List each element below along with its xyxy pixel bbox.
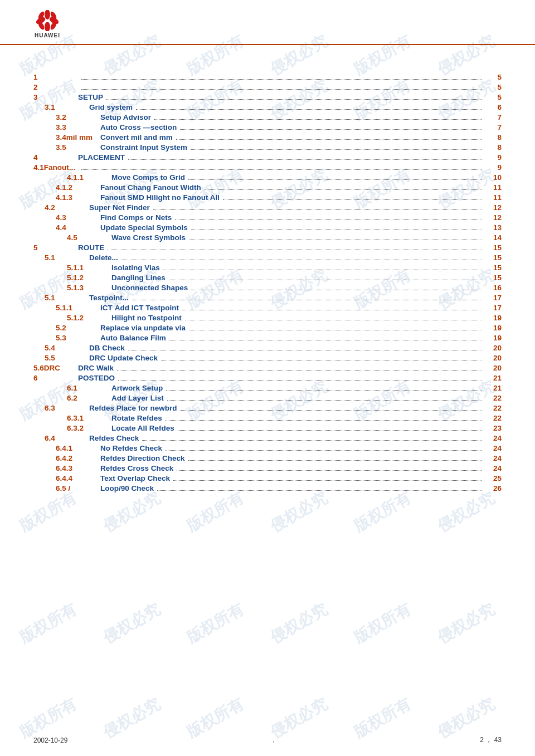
toc-title: Locate All Refdes [111, 424, 174, 432]
toc-title: ROUTE [78, 243, 104, 252]
toc-number: 6.3.2 [67, 424, 111, 432]
toc-title: Find Comps or Nets [100, 213, 172, 222]
toc-entry: 5.3Auto Balance Film19 [33, 334, 502, 343]
toc-entry: 25 [33, 83, 502, 92]
toc-entry: 6.3.1Rotate Refdes22 [33, 414, 502, 423]
toc-title: Add Layer List [111, 394, 164, 402]
toc-title: Fanout SMD Hilight no Fanout All [100, 193, 220, 202]
toc-dots [205, 189, 481, 190]
toc-dots [166, 420, 481, 421]
toc-page: 8 [485, 143, 502, 152]
toc-entry: 4.2Super Net Finder12 [33, 203, 502, 213]
toc-dots [157, 490, 481, 491]
toc-title: POSTEDO [78, 374, 115, 382]
toc-container: 15253SETUP53.1Grid system63.2Setup Advis… [33, 73, 502, 494]
toc-entry: 5.1.1Isolating Vias15 [33, 264, 502, 273]
toc-entry: 4.4Update Special Symbols13 [33, 223, 502, 233]
toc-number: 5.1.2 [67, 314, 111, 322]
huawei-logo-icon [33, 10, 61, 31]
toc-title: Loop/90 Check [100, 484, 154, 492]
toc-number: 5.1 [45, 294, 89, 302]
toc-page: 15 [485, 264, 502, 272]
toc-entry: 5ROUTE15 [33, 243, 502, 253]
toc-entry: 5.6DRCDRC Walk20 [33, 364, 502, 373]
toc-entry: 3.1Grid system6 [33, 103, 502, 113]
toc-dots [176, 139, 481, 140]
toc-dots [166, 450, 481, 451]
toc-number: 4.1.2 [56, 183, 100, 192]
toc-page: 26 [485, 484, 502, 492]
toc-page: 9 [485, 163, 502, 172]
toc-entry: 3.5Constraint Input System8 [33, 143, 502, 153]
toc-page: 5 [485, 73, 502, 81]
toc-dots [223, 199, 481, 200]
toc-entry: 5.1.2Hilight no Testpoint19 [33, 314, 502, 323]
toc-page: 15 [485, 253, 502, 262]
toc-number: 3.4mil mm [56, 133, 100, 142]
toc-number: 3.3 [56, 123, 100, 131]
toc-dots [182, 310, 481, 310]
toc-page: 24 [485, 434, 502, 442]
toc-dots [175, 220, 481, 220]
toc-title: Auto Cross —section [100, 123, 177, 131]
toc-number: 3.5 [56, 143, 100, 152]
toc-number: 3 [33, 93, 78, 101]
toc-number: 6.4.2 [56, 454, 100, 462]
toc-number: 4.5 [67, 233, 111, 242]
toc-entry: 6.2Add Layer List22 [33, 394, 502, 403]
toc-dots [166, 390, 481, 391]
toc-number: 5.1.3 [67, 284, 111, 292]
toc-entry: 6.4.4Text Overlap Check25 [33, 474, 502, 484]
toc-number: 6.5 / [56, 484, 100, 492]
toc-title: DB Check [89, 344, 125, 352]
toc-number: 2 [33, 83, 78, 91]
toc-entry: 15 [33, 73, 502, 82]
toc-dots [121, 260, 481, 260]
toc-number: 6.4.3 [56, 464, 100, 472]
toc-dots [178, 430, 481, 431]
toc-entry: 4PLACEMENT9 [33, 153, 502, 163]
toc-title: DRC Update Check [89, 354, 158, 362]
toc-entry: 5.1Testpoint...17 [33, 294, 502, 303]
toc-entry: 3.4mil mmConvert mil and mm8 [33, 133, 502, 143]
toc-dots [136, 109, 481, 110]
toc-page: 21 [485, 374, 502, 382]
toc-page: 16 [485, 284, 502, 292]
toc-page: 20 [485, 354, 502, 362]
toc-entry: 5.1.3Unconnected Shapes16 [33, 284, 502, 293]
toc-entry: 5.2Replace via unpdate via19 [33, 324, 502, 333]
toc-number: 5 [33, 243, 78, 252]
toc-title: Update Special Symbols [100, 223, 188, 232]
toc-entry: 5.1Delete...15 [33, 253, 502, 263]
footer-page-info: 2 ， 43 [480, 735, 502, 745]
toc-title: Unconnected Shapes [111, 284, 188, 292]
toc-number: 6.4 [45, 434, 89, 442]
toc-entry: 3.2Setup Advisor7 [33, 113, 502, 123]
toc-page: 11 [485, 183, 502, 192]
svg-point-3 [45, 22, 50, 31]
toc-entry: 6.4.1No Refdes Check24 [33, 444, 502, 453]
toc-number: 4.3 [56, 213, 100, 222]
toc-dots [81, 169, 481, 170]
toc-title: ICTAdd ICT Testpoint [100, 304, 179, 312]
toc-page: 19 [485, 334, 502, 342]
toc-page: 19 [485, 324, 502, 332]
toc-entry: 5.1.1ICTAdd ICT Testpoint17 [33, 304, 502, 313]
toc-title: Dangling Lines [111, 274, 166, 282]
toc-number: 3.2 [56, 113, 100, 121]
toc-page: 14 [485, 233, 502, 242]
toc-entry: 5.4DB Check20 [33, 344, 502, 353]
toc-dots [189, 240, 481, 240]
toc-title: Refdes Place for newbrd [89, 404, 177, 412]
toc-dots [180, 129, 481, 130]
toc-dots [163, 270, 481, 270]
toc-dots [188, 179, 481, 180]
toc-number: 3.1 [45, 103, 89, 111]
toc-title: Convert mil and mm [100, 133, 173, 142]
toc-number: 4.1.1 [67, 173, 111, 182]
toc-page: 24 [485, 464, 502, 472]
toc-page: 9 [485, 153, 502, 162]
toc-dots [191, 149, 481, 150]
toc-page: 20 [485, 344, 502, 352]
toc-entry: 3.3Auto Cross —section7 [33, 123, 502, 133]
